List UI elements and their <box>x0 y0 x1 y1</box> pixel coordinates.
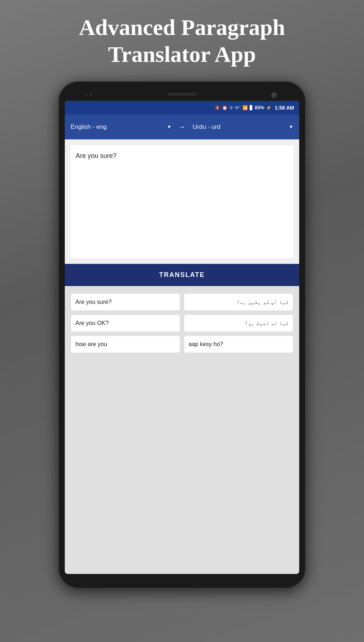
input-text: Are you sure? <box>76 152 116 159</box>
arrow-icon: → <box>174 122 190 132</box>
target-language-selector[interactable]: Urdu - urd ▼ <box>193 123 293 131</box>
source-cell-1[interactable]: Are you OK? <box>71 314 180 332</box>
phone-dots <box>85 94 92 96</box>
alarm-icon: ⏰ <box>222 105 228 110</box>
status-icons: 🔇 ⏰ ① H⁺ 📶 ▊ 83% ⚡ 1:58 AM <box>215 105 294 111</box>
sim-icon: ① <box>229 105 233 110</box>
target-chevron-icon: ▼ <box>289 124 293 130</box>
table-row: Are you sure? کیا آپ کو یقین ہے؟ <box>71 293 293 311</box>
translate-button[interactable]: TRANSLATE <box>159 271 205 279</box>
battery-text: 83% <box>255 105 264 110</box>
translate-button-area: TRANSLATE <box>65 264 299 286</box>
target-cell-0[interactable]: کیا آپ کو یقین ہے؟ <box>184 293 293 311</box>
time-display: 1:58 AM <box>275 105 294 111</box>
network-icon: H⁺ <box>235 105 241 110</box>
mute-icon: 🔇 <box>215 105 220 110</box>
battery-icon: ⚡ <box>266 105 272 110</box>
source-cell-2[interactable]: how are you <box>71 336 180 353</box>
target-language-label: Urdu - urd <box>193 123 286 131</box>
page-title: Advanced Paragraph Translator App <box>57 0 307 81</box>
signal-icon: 📶 <box>242 105 248 110</box>
status-bar: 🔇 ⏰ ① H⁺ 📶 ▊ 83% ⚡ 1:58 AM <box>65 101 299 115</box>
source-cell-0[interactable]: Are you sure? <box>71 293 180 311</box>
language-bar: English - eng ▼ → Urdu - urd ▼ <box>65 115 299 139</box>
phone-top-decorations <box>65 89 299 101</box>
text-input-box[interactable]: Are you sure? <box>71 145 293 258</box>
phone-frame: 🔇 ⏰ ① H⁺ 📶 ▊ 83% ⚡ 1:58 AM English - eng… <box>58 81 306 588</box>
table-row: how are you aap kesy ho? <box>71 336 293 353</box>
phone-screen: 🔇 ⏰ ① H⁺ 📶 ▊ 83% ⚡ 1:58 AM English - eng… <box>65 101 299 574</box>
phone-camera <box>271 92 277 99</box>
target-cell-2[interactable]: aap kesy ho? <box>184 336 293 353</box>
signal2-icon: ▊ <box>250 105 253 110</box>
empty-area <box>65 360 299 506</box>
phone-speaker <box>167 93 197 96</box>
source-chevron-icon: ▼ <box>167 124 171 130</box>
source-language-selector[interactable]: English - eng ▼ <box>71 123 171 131</box>
table-row: Are you OK? کیا تم ٹھیک ہو؟ <box>71 314 293 332</box>
source-language-label: English - eng <box>71 123 164 131</box>
target-cell-1[interactable]: کیا تم ٹھیک ہو؟ <box>184 314 293 332</box>
results-area: Are you sure? کیا آپ کو یقین ہے؟ Are you… <box>65 286 299 360</box>
input-area: Are you sure? <box>65 139 299 264</box>
